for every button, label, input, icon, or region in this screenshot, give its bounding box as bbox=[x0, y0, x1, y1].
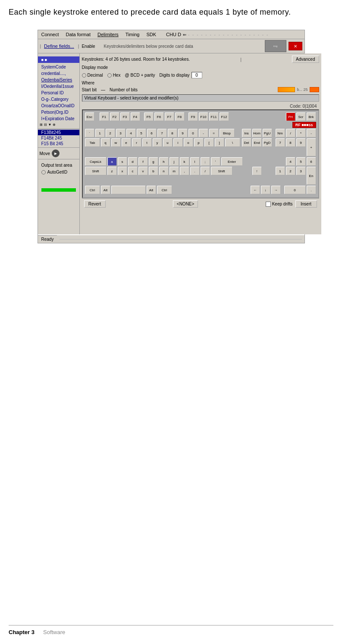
key-y[interactable]: y bbox=[153, 138, 162, 147]
radio-decimal[interactable]: Decimal bbox=[82, 73, 103, 78]
key-0[interactable]: 0 bbox=[188, 129, 198, 137]
key-prtsc[interactable]: Prt bbox=[286, 112, 295, 121]
key-num8[interactable]: 8 bbox=[286, 138, 295, 147]
key-home[interactable]: Hom bbox=[252, 129, 262, 137]
key-3[interactable]: 3 bbox=[116, 129, 126, 137]
key-num9[interactable]: 9 bbox=[296, 138, 306, 147]
key-rbracket[interactable]: ] bbox=[215, 138, 224, 147]
key-period[interactable]: . bbox=[190, 167, 200, 175]
sidebar-oedenbai[interactable]: OedenbaiSeries bbox=[38, 77, 79, 83]
key-u[interactable]: u bbox=[163, 138, 173, 147]
key-equals[interactable]: = bbox=[209, 129, 219, 137]
key-lshift[interactable]: Shift bbox=[85, 167, 107, 175]
key-lbracket[interactable]: [ bbox=[204, 138, 214, 147]
key-arrow-left[interactable]: ← bbox=[251, 186, 260, 194]
define-fields-link[interactable]: Define fields... bbox=[43, 43, 75, 49]
advanced-button[interactable]: Advanced bbox=[292, 56, 319, 63]
key-slash[interactable]: / bbox=[201, 167, 210, 175]
key-f2[interactable]: F2 bbox=[110, 112, 119, 121]
radio-bcd[interactable]: @ BCD + parity bbox=[125, 73, 155, 78]
key-num-div[interactable]: / bbox=[286, 129, 295, 137]
key-f4[interactable]: F4 bbox=[131, 112, 140, 121]
key-4[interactable]: 4 bbox=[126, 129, 136, 137]
key-f9[interactable]: F9 bbox=[188, 112, 198, 121]
key-lalt[interactable]: Alt bbox=[101, 186, 110, 194]
key-s[interactable]: s bbox=[118, 157, 127, 166]
radio-hex-btn[interactable] bbox=[107, 73, 112, 78]
sidebar-f14[interactable]: F14Bit 245 bbox=[38, 135, 79, 141]
key-z[interactable]: z bbox=[107, 167, 117, 175]
key-num-sub[interactable]: - bbox=[307, 129, 316, 137]
key-w[interactable]: w bbox=[111, 138, 121, 147]
key-q[interactable]: q bbox=[101, 138, 110, 147]
key-num2[interactable]: 2 bbox=[286, 167, 295, 175]
key-lctrl[interactable]: Ctrl bbox=[85, 186, 100, 194]
key-backslash[interactable]: \ bbox=[225, 138, 240, 147]
key-esc[interactable]: Esc bbox=[85, 112, 94, 121]
sidebar-person-org[interactable]: Petson|Org.ID bbox=[38, 109, 79, 115]
key-l[interactable]: l bbox=[190, 157, 200, 166]
key-c[interactable]: c bbox=[128, 167, 138, 175]
none-button[interactable]: <NONE> bbox=[173, 200, 198, 208]
key-1[interactable]: 1 bbox=[95, 129, 105, 137]
key-k[interactable]: k bbox=[180, 157, 189, 166]
key-num6[interactable]: 6 bbox=[307, 157, 316, 166]
key-quote[interactable]: ' bbox=[211, 157, 220, 166]
key-x[interactable]: x bbox=[118, 167, 127, 175]
key-num1[interactable]: 1 bbox=[276, 167, 285, 175]
key-i[interactable]: i bbox=[173, 138, 183, 147]
move-control[interactable]: Move bbox=[38, 149, 79, 158]
digits-input[interactable] bbox=[191, 72, 202, 78]
sidebar-credential[interactable]: credential...., bbox=[38, 70, 79, 77]
key-rshift[interactable]: Shift bbox=[211, 167, 232, 175]
sidebar-org-category[interactable]: O-g-.Category bbox=[38, 96, 79, 103]
key-arrow-up[interactable]: ↑ bbox=[252, 167, 262, 175]
menu-connect[interactable]: Connect bbox=[40, 31, 60, 37]
key-f11[interactable]: F11 bbox=[209, 112, 219, 121]
key-v[interactable]: v bbox=[138, 167, 148, 175]
key-insert[interactable]: Ins bbox=[242, 129, 251, 137]
key-num-mul[interactable]: * bbox=[296, 129, 306, 137]
key-8[interactable]: 8 bbox=[168, 129, 177, 137]
key-num0[interactable]: 0 bbox=[284, 186, 306, 194]
key-j[interactable]: j bbox=[169, 157, 179, 166]
menu-sdk[interactable]: SDK bbox=[145, 31, 157, 37]
key-enter[interactable]: Enter bbox=[221, 157, 243, 166]
key-a[interactable]: a bbox=[107, 157, 117, 166]
sidebar-f13[interactable]: F13Bit245 bbox=[38, 130, 79, 135]
key-e[interactable]: e bbox=[122, 138, 131, 147]
key-scrlk[interactable]: Scr bbox=[296, 112, 306, 121]
key-r[interactable]: r bbox=[132, 138, 141, 147]
radio-decimal-btn[interactable] bbox=[82, 73, 86, 78]
key-num5[interactable]: 5 bbox=[296, 157, 306, 166]
key-6[interactable]: 6 bbox=[147, 129, 157, 137]
key-arrow-down[interactable]: ↓ bbox=[261, 186, 270, 194]
key-num3[interactable]: 3 bbox=[296, 167, 306, 175]
key-end[interactable]: End bbox=[252, 138, 262, 147]
key-backspace[interactable]: Bksp bbox=[220, 129, 235, 137]
key-d[interactable]: d bbox=[128, 157, 138, 166]
key-del[interactable]: Del bbox=[242, 138, 251, 147]
key-semicolon[interactable]: ; bbox=[201, 157, 210, 166]
key-9[interactable]: 9 bbox=[178, 129, 188, 137]
key-f10[interactable]: F10 bbox=[199, 112, 208, 121]
sidebar-system-code[interactable]: SystemCode bbox=[38, 64, 79, 70]
key-num4[interactable]: 4 bbox=[286, 157, 295, 166]
key-m[interactable]: m bbox=[169, 167, 179, 175]
key-num-add[interactable]: + bbox=[307, 138, 316, 156]
key-tab[interactable]: Tab bbox=[85, 138, 100, 147]
key-n[interactable]: n bbox=[159, 167, 169, 175]
key-f[interactable]: f bbox=[138, 157, 148, 166]
keep-drifts-check[interactable]: Keep drifts bbox=[266, 202, 293, 207]
key-minus[interactable]: - bbox=[199, 129, 208, 137]
key-f12[interactable]: F12 bbox=[220, 112, 229, 121]
keep-drifts-checkbox[interactable] bbox=[266, 202, 271, 207]
sidebar-expiration[interactable]: I+Expiration Date bbox=[38, 115, 79, 122]
auto-getid-radio[interactable] bbox=[41, 170, 46, 174]
key-o[interactable]: o bbox=[184, 138, 193, 147]
key-5[interactable]: 5 bbox=[137, 129, 146, 137]
key-f3[interactable]: F3 bbox=[120, 112, 130, 121]
key-arrow-right[interactable]: → bbox=[271, 186, 281, 194]
key-t[interactable]: t bbox=[142, 138, 152, 147]
key-space[interactable] bbox=[111, 186, 146, 194]
